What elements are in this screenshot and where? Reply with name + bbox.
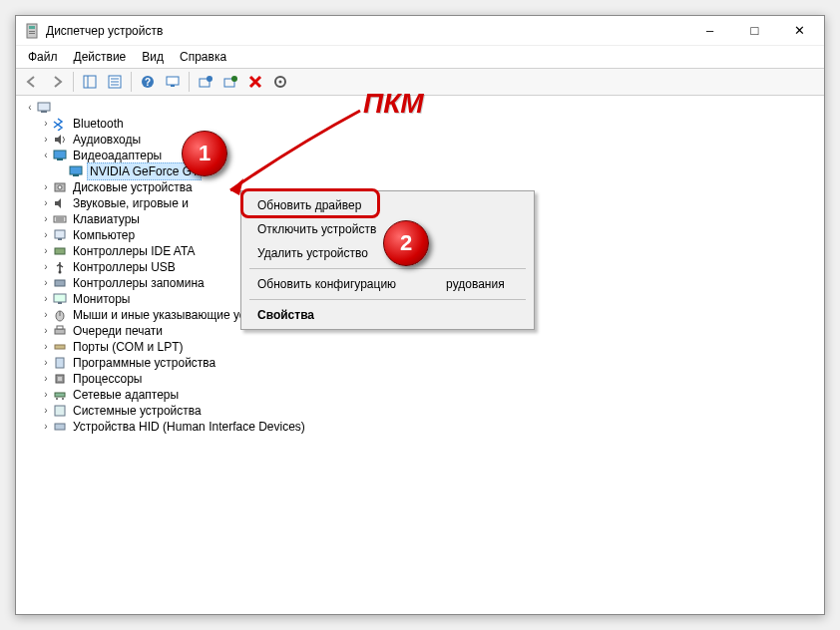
annotation-badge-2: 2 xyxy=(383,220,429,266)
computer-icon xyxy=(52,227,68,243)
network-icon xyxy=(52,387,68,403)
svg-rect-13 xyxy=(171,85,175,87)
tree-item-audio[interactable]: ›Аудиовходыды xyxy=(24,132,820,148)
scan-hardware-button[interactable] xyxy=(161,71,185,93)
display-adapter-icon xyxy=(68,163,84,179)
tree-label: Программные устройства xyxy=(71,355,217,371)
toolbar-separator xyxy=(189,72,190,92)
expander-icon[interactable]: › xyxy=(40,195,52,211)
expander-icon[interactable]: › xyxy=(40,419,52,435)
controller-icon xyxy=(52,243,68,259)
expander-icon[interactable]: › xyxy=(40,179,52,195)
expander-icon[interactable]: › xyxy=(40,403,52,419)
minimize-button[interactable]: – xyxy=(687,17,732,45)
svg-rect-49 xyxy=(55,406,65,416)
svg-rect-41 xyxy=(57,326,63,329)
svg-rect-25 xyxy=(73,174,79,176)
ctx-scan-hardware[interactable]: Обновить конфигурациюрудования xyxy=(243,272,532,296)
disk-icon xyxy=(52,179,68,195)
expander-icon[interactable]: › xyxy=(40,243,52,259)
show-hide-tree-button[interactable] xyxy=(78,71,102,93)
ctx-scan-suffix: рудования xyxy=(446,277,505,291)
menu-help[interactable]: Справка xyxy=(172,48,234,66)
tree-item-hid[interactable]: ›Устройства HID (Human Interface Devices… xyxy=(24,419,820,435)
expander-icon[interactable]: › xyxy=(40,355,52,371)
svg-rect-1 xyxy=(29,26,35,29)
expander-icon[interactable]: › xyxy=(40,132,52,148)
expander-icon[interactable]: ‹ xyxy=(24,100,36,116)
usb-icon xyxy=(52,259,68,275)
tree-item-software[interactable]: ›Программные устройства xyxy=(24,355,820,371)
expander-icon[interactable]: › xyxy=(40,323,52,339)
svg-rect-22 xyxy=(54,151,66,158)
uninstall-device-button[interactable] xyxy=(218,71,242,93)
tree-item-processors[interactable]: ›Процессоры xyxy=(24,371,820,387)
ctx-separator xyxy=(249,299,526,300)
menu-file[interactable]: Файл xyxy=(20,48,66,66)
expander-icon[interactable]: › xyxy=(40,307,52,323)
tree-label: Системные устройства xyxy=(71,403,204,419)
expander-icon[interactable]: › xyxy=(40,259,52,275)
maximize-button[interactable]: □ xyxy=(732,17,777,45)
keyboard-icon xyxy=(52,211,68,227)
svg-point-19 xyxy=(279,81,282,84)
tree-label: Очереди печати xyxy=(71,323,165,339)
tree-label: Аудиовходы xyxy=(71,132,143,148)
cpu-icon xyxy=(52,371,68,387)
expander-icon[interactable]: › xyxy=(40,371,52,387)
system-icon xyxy=(52,403,68,419)
svg-rect-21 xyxy=(41,111,47,113)
annotation-text-pkm: ПКМ xyxy=(363,88,424,120)
disable-device-button[interactable] xyxy=(243,71,267,93)
expander-icon[interactable]: › xyxy=(40,116,52,132)
menubar: Файл Действие Вид Справка xyxy=(16,46,824,68)
tree-item-system[interactable]: ›Системные устройства xyxy=(24,403,820,419)
svg-rect-23 xyxy=(57,158,63,160)
forward-button[interactable] xyxy=(45,71,69,93)
ctx-properties[interactable]: Свойства xyxy=(243,303,532,327)
svg-rect-32 xyxy=(58,238,62,240)
expander-icon[interactable]: ‹ xyxy=(40,148,52,163)
tree-item-network[interactable]: ›Сетевые адаптеры xyxy=(24,387,820,403)
printer-icon xyxy=(52,323,68,339)
expander-icon[interactable]: › xyxy=(40,211,52,227)
computer-icon xyxy=(36,100,52,116)
annotation-badge-1: 1 xyxy=(182,131,227,176)
help-button[interactable]: ? xyxy=(136,71,160,93)
properties-button[interactable] xyxy=(103,71,127,93)
titlebar: Диспетчер устройств – □ ✕ xyxy=(16,16,824,46)
back-button[interactable] xyxy=(20,71,44,93)
display-adapter-icon xyxy=(52,148,68,163)
toolbar-separator xyxy=(73,72,74,92)
badge-number: 2 xyxy=(400,230,412,256)
expander-icon[interactable]: › xyxy=(40,275,52,291)
svg-rect-46 xyxy=(55,393,65,397)
tree-item-video-adapters[interactable]: ‹Видеоадаптеры xyxy=(24,148,820,163)
expander-icon[interactable]: › xyxy=(40,291,52,307)
tree-item-gpu[interactable]: NVIDIA GeForce GT xyxy=(24,163,820,179)
expander-icon[interactable]: › xyxy=(40,227,52,243)
svg-point-34 xyxy=(59,271,62,274)
sound-icon xyxy=(52,195,68,211)
window-title: Диспетчер устройств xyxy=(46,24,687,38)
tree-label: Звуковые, игровые и xyxy=(71,195,191,211)
expander-icon[interactable]: › xyxy=(40,339,52,355)
expander-icon[interactable]: › xyxy=(40,387,52,403)
close-button[interactable]: ✕ xyxy=(777,17,822,45)
enable-device-button[interactable] xyxy=(268,71,292,93)
badge-number: 1 xyxy=(199,141,210,166)
tree-item-ports[interactable]: ›Порты (COM и LPT) xyxy=(24,339,820,355)
svg-rect-3 xyxy=(29,33,35,34)
tree-label: Bluetooth xyxy=(71,116,126,132)
menu-action[interactable]: Действие xyxy=(66,48,135,66)
monitor-icon xyxy=(52,291,68,307)
svg-rect-31 xyxy=(55,230,65,238)
update-driver-button[interactable] xyxy=(194,71,217,93)
svg-rect-4 xyxy=(84,76,96,88)
menu-view[interactable]: Вид xyxy=(134,48,172,66)
tree-label: Контроллеры запомина xyxy=(71,275,207,291)
svg-rect-36 xyxy=(54,294,66,302)
tree-label: Клавиатуры xyxy=(71,211,142,227)
svg-rect-37 xyxy=(58,302,62,304)
svg-rect-43 xyxy=(56,358,64,368)
